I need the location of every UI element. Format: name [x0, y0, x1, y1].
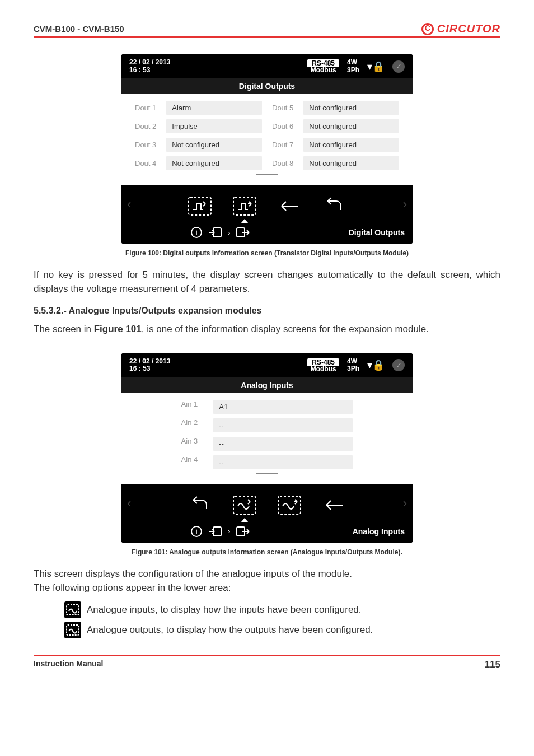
arrow-left-button[interactable]	[275, 194, 303, 218]
page-header: CVM-B100 - CVM-B150 CIRCUTOR	[34, 22, 500, 38]
brand-text: CIRCUTOR	[437, 22, 500, 35]
wire-bot: 3Ph	[347, 67, 359, 74]
option-line: Analogue inputs, to display how the inpu…	[64, 601, 500, 618]
option-text: Analogue inputs, to display how the inpu…	[87, 604, 362, 615]
lock-icon: ▾🔒	[367, 60, 385, 73]
footer-label: Digital Outputs	[349, 228, 405, 237]
output-value: Not configured	[303, 119, 399, 133]
outputs-grid: Dout 1AlarmDout 5Not configuredDout 2Imp…	[135, 101, 399, 170]
date-text: 22 / 02 / 2013	[129, 59, 170, 66]
drag-handle-icon	[135, 174, 399, 175]
svg-rect-0	[189, 197, 211, 215]
protocol-badge: RS-485 Modbus	[307, 358, 339, 373]
svg-rect-4	[233, 496, 256, 514]
section-heading: 5.5.3.2.- Analogue Inputs/Outputs expans…	[34, 306, 500, 316]
figure-caption: Figure 101: Analogue outputs information…	[34, 548, 500, 556]
protocol-badge: RS-485 Modbus	[307, 59, 339, 74]
input-label: Ain 2	[181, 418, 198, 432]
output-label: Dout 4	[135, 159, 156, 167]
input-label: Ain 4	[181, 455, 198, 469]
footer-label: Instruction Manual	[34, 659, 103, 670]
figure-caption: Figure 100: Digital outputs information …	[34, 249, 500, 257]
paragraph: The screen in Figure 101, is one of the …	[34, 323, 500, 337]
chevron-right-icon[interactable]: ›	[403, 496, 407, 511]
logout-icon	[236, 526, 250, 537]
chevron-left-icon[interactable]: ‹	[127, 197, 131, 212]
figure-ref: Figure 101	[94, 324, 142, 334]
text-run: , is one of the information display scre…	[142, 324, 429, 334]
output-label: Dout 6	[272, 122, 293, 130]
device-footer: i › Digital Outputs	[121, 223, 413, 244]
wire-bot: 3Ph	[347, 365, 359, 372]
output-label: Dout 5	[272, 104, 293, 112]
output-value: Not configured	[303, 156, 399, 170]
svg-rect-5	[278, 496, 301, 514]
text-run: The screen in	[34, 324, 94, 334]
lock-icon: ▾🔒	[367, 359, 385, 371]
device-statusbar: 22 / 02 / 2013 16 : 53 RS-485 Modbus 4W …	[121, 353, 413, 377]
datetime: 22 / 02 / 2013 16 : 53	[129, 59, 170, 73]
undo-button[interactable]	[186, 493, 214, 517]
doc-title: CVM-B100 - CVM-B150	[34, 24, 124, 34]
check-icon: ✓	[392, 60, 405, 73]
page-footer: Instruction Manual 115	[34, 655, 500, 670]
device-screen-fig100: 22 / 02 / 2013 16 : 53 RS-485 Modbus 4W …	[121, 54, 413, 244]
output-value: Not configured	[303, 138, 399, 152]
protocol-bot: Modbus	[307, 365, 339, 373]
panel-title: Digital Outputs	[121, 78, 413, 94]
input-value: A1	[213, 400, 353, 414]
paragraph: If no key is pressed for 5 minutes, the …	[34, 268, 500, 296]
panel-body: Ain 1A1Ain 2--Ain 3--Ain 4--	[121, 393, 413, 484]
chevron-left-icon[interactable]: ‹	[127, 496, 131, 511]
logout-icon	[236, 227, 250, 238]
wiring-label: 4W 3Ph	[347, 358, 359, 372]
input-label: Ain 1	[181, 400, 198, 414]
panel-body: Dout 1AlarmDout 5Not configuredDout 2Imp…	[121, 94, 413, 185]
time-text: 16 : 53	[129, 67, 170, 74]
output-value: Not configured	[166, 156, 262, 170]
check-icon: ✓	[392, 359, 405, 371]
svg-rect-2	[213, 228, 221, 237]
paragraph: The following options appear in the lowe…	[34, 581, 500, 595]
input-value: --	[213, 455, 353, 469]
action-bar: ‹ ›	[121, 185, 413, 223]
pulse-in-button[interactable]	[186, 194, 214, 218]
output-value: Not configured	[166, 138, 262, 152]
login-icon	[208, 526, 222, 537]
output-value: Alarm	[166, 101, 262, 115]
device-screen-fig101: 22 / 02 / 2013 16 : 53 RS-485 Modbus 4W …	[121, 353, 413, 543]
brand-logo-icon	[421, 23, 434, 35]
time-text: 16 : 53	[129, 365, 170, 372]
output-label: Dout 2	[135, 122, 156, 130]
login-icon	[208, 227, 222, 238]
drag-handle-icon	[135, 473, 399, 474]
breadcrumb-sep: ›	[228, 228, 230, 237]
inputs-grid: Ain 1A1Ain 2--Ain 3--Ain 4--	[181, 400, 353, 469]
datetime: 22 / 02 / 2013 16 : 53	[129, 358, 170, 372]
undo-button[interactable]	[320, 194, 348, 218]
chevron-right-icon[interactable]: ›	[403, 197, 407, 212]
breadcrumb-sep: ›	[228, 527, 230, 535]
protocol-bot: Modbus	[307, 66, 339, 74]
wiring-label: 4W 3Ph	[347, 59, 359, 73]
device-statusbar: 22 / 02 / 2013 16 : 53 RS-485 Modbus 4W …	[121, 54, 413, 78]
output-label: Dout 7	[272, 141, 293, 149]
page-number: 115	[485, 659, 500, 670]
option-line: Analogue outputs, to display how the out…	[64, 622, 500, 638]
output-value: Impulse	[166, 119, 262, 133]
analog-out-icon	[64, 622, 81, 638]
input-value: --	[213, 418, 353, 432]
output-label: Dout 3	[135, 141, 156, 149]
analog-in-button[interactable]	[231, 493, 259, 517]
arrow-left-button[interactable]	[320, 493, 348, 517]
brand: CIRCUTOR	[421, 22, 500, 35]
info-icon[interactable]: i	[191, 526, 202, 537]
input-label: Ain 3	[181, 437, 198, 451]
device-footer: i › Analog Inputs	[121, 522, 413, 543]
analog-out-button[interactable]	[275, 493, 303, 517]
info-icon[interactable]: i	[191, 227, 202, 238]
svg-rect-1	[233, 197, 256, 215]
option-text: Analogue outputs, to display how the out…	[87, 624, 373, 636]
output-label: Dout 1	[135, 104, 156, 112]
pulse-out-button[interactable]	[231, 194, 259, 218]
